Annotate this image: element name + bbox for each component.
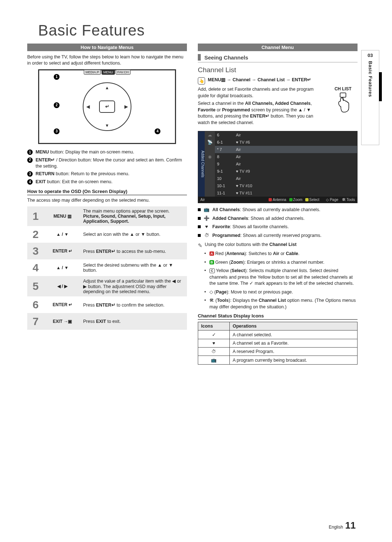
channel-category-item: 📺All Channels: Shows all currently avail…	[198, 207, 358, 213]
footer-page-number: 11	[345, 520, 356, 531]
status-icon: ♥	[198, 339, 230, 348]
menu-path: 👆 MENU▥ → Channel → Channel List → ENTER…	[198, 76, 358, 83]
category-icon: ⏱	[204, 232, 209, 239]
step-description: Select the desired submenu with the ▲ or…	[81, 259, 187, 276]
channel-row: 6Air	[215, 131, 357, 139]
remote-tag-3: 3	[54, 128, 60, 134]
status-icon: 📺	[198, 356, 230, 365]
panel-foot-page: ◇ Page	[326, 198, 338, 202]
bullet-icon	[198, 217, 201, 220]
step-button-label: ◀ / ▶	[44, 276, 81, 296]
color-buttons-list: A Red (Antenna): Switches to Air or Cabl…	[204, 251, 358, 310]
channel-row: 6-1♥ TV #6	[215, 139, 357, 146]
status-operation: A channel selected.	[230, 330, 358, 339]
status-th-ops: Operations	[230, 322, 358, 330]
sub-header-text: Seeing Channels	[204, 54, 248, 61]
color-chip-icon: A	[209, 251, 214, 256]
status-row: ♥A channel set as a Favorite.	[198, 339, 358, 348]
section-bar-navigate: How to Navigate Menus	[27, 44, 187, 51]
category-icon: ➕	[204, 215, 209, 222]
side-tab: 03 Basic Features	[361, 50, 379, 145]
page-footer: English 11	[329, 520, 356, 531]
step-number: 2	[27, 226, 44, 243]
step-button-label: ENTER ↵	[44, 296, 81, 313]
channel-number: 9-1	[217, 169, 229, 173]
status-icons-table: Icons Operations ✓A channel selected.♥A …	[198, 322, 358, 365]
bullet-icon	[198, 234, 201, 237]
step-button-label: ▲ / ▼	[44, 226, 81, 243]
osd-header: How to operate the OSD (On Screen Displa…	[27, 189, 187, 195]
step-description: Press ENTER↵ to confirm the selection.	[81, 296, 187, 313]
bullet-icon	[198, 208, 201, 211]
channel-number: 10-1	[217, 184, 229, 188]
ch-list-label: CH LIST	[328, 86, 358, 91]
channel-row: 9-1♥ TV #9	[215, 168, 357, 175]
page-title: Basic Features	[38, 22, 358, 39]
panel-left-glyph	[205, 175, 215, 182]
yellow-chip-icon	[305, 198, 309, 201]
panel-left-glyph	[205, 160, 215, 168]
panel-foot-items: AntennaZoomSelect	[269, 198, 322, 202]
channel-category-item: ♥Favorite: Shows all favorite channels.	[198, 224, 358, 230]
step-description: Press ENTER↵ to access the sub-menu.	[81, 243, 187, 259]
panel-foot-item: Zoom	[289, 198, 303, 202]
enum-number-icon: 1	[27, 149, 33, 155]
osd-step-row: 6 ENTER ↵ Press ENTER↵ to confirm the se…	[27, 296, 187, 313]
channel-row: 10-1♥ TV #10	[215, 182, 357, 189]
channel-category-list: 📺All Channels: Shows all currently avail…	[198, 207, 358, 239]
channel-name: Air	[236, 147, 241, 152]
step-description: Press EXIT to exit.	[81, 313, 187, 330]
remote-diagram: MEDIA.P MENU FAV.CH 1 2 3 4 ▲ ▼ ◀ ▶ ↵	[38, 69, 176, 144]
panel-foot-item: Antenna	[269, 198, 286, 202]
channel-row: * 7Air	[215, 146, 357, 153]
remote-button-item: 2ENTER↵ / Direction button: Move the cur…	[27, 157, 187, 169]
channel-row: 8Air	[215, 153, 357, 160]
panel-foot-source: Air	[200, 198, 205, 202]
step-button-label: EXIT →▣	[44, 313, 81, 330]
osd-step-row: 2 ▲ / ▼ Select an icon with the ▲ or ▼ b…	[27, 226, 187, 243]
remote-button-item: 4EXIT button: Exit the on-screen menu.	[27, 179, 187, 185]
manual-page: 03 Basic Features Basic Features How to …	[0, 0, 392, 542]
enum-number-icon: 2	[27, 157, 33, 163]
osd-step-row: 1 MENU ▥ The main menu options appear th…	[27, 206, 187, 226]
step-button-label: ENTER ↵	[44, 243, 81, 259]
osd-steps-table: 1 MENU ▥ The main menu options appear th…	[27, 206, 187, 330]
dpad-enter-icon: ↵	[99, 100, 115, 113]
remote-btn-favch: FAV.CH	[115, 70, 130, 75]
status-th-icons: Icons	[198, 322, 230, 330]
dpad-up-icon: ▲	[105, 85, 109, 90]
status-icons-header: Channel Status Display Icons	[198, 313, 358, 320]
dpad-left-icon: ◀	[86, 104, 90, 109]
color-button-item: C Yellow (Select): Selects multiple chan…	[204, 268, 358, 287]
channel-name: ♥ TV #6	[236, 140, 250, 144]
osd-note: The access step may differ depending on …	[27, 197, 187, 204]
note-icon: ✎	[198, 242, 203, 249]
remote-top-button-row: MEDIA.P MENU FAV.CH	[84, 70, 131, 75]
red-chip-icon	[269, 198, 272, 201]
status-operation: A program currently being broadcast.	[230, 356, 358, 365]
enum-number-icon: 4	[27, 179, 33, 185]
panel-left-glyph	[205, 168, 215, 175]
channel-row: 9Air	[215, 160, 357, 168]
status-icon: ⏱	[198, 348, 230, 356]
panel-side-label: Added Channels	[198, 131, 205, 197]
remote-tag-1: 1	[54, 74, 60, 80]
color-button-item: A Red (Antenna): Switches to Air or Cabl…	[204, 251, 358, 257]
color-buttons-note: ✎ Using the color buttons with the Chann…	[198, 242, 358, 249]
left-column: How to Navigate Menus Before using the T…	[27, 44, 187, 365]
color-button-item: 🛠 (Tools): Displays the Channel List opt…	[204, 297, 358, 310]
channel-number: 8	[217, 155, 229, 159]
panel-left-glyph: ◉	[205, 153, 215, 160]
status-row: ✓A channel selected.	[198, 330, 358, 339]
color-chip-icon: B	[209, 260, 214, 264]
channel-category-item: ⏱Programmed: Shows all currently reserve…	[198, 233, 358, 239]
enum-number-icon: 3	[27, 171, 33, 177]
footer-lang: English	[329, 525, 343, 530]
panel-rows: 6Air6-1♥ TV #6* 7Air8Air9Air9-1♥ TV #910…	[215, 131, 357, 197]
step-description: Select an icon with the ▲ or ▼ button.	[81, 226, 187, 243]
channel-list-panel: Added Channels ☁📡◉ 6Air6-1♥ TV #6* 7Air8…	[198, 131, 358, 203]
panel-foot-item: Select	[305, 198, 319, 202]
remote-button-item: 3RETURN button: Return to the previous m…	[27, 171, 187, 177]
step-number: 6	[27, 296, 44, 313]
remote-button-descriptions: 1MENU button: Display the main on-screen…	[27, 149, 187, 185]
